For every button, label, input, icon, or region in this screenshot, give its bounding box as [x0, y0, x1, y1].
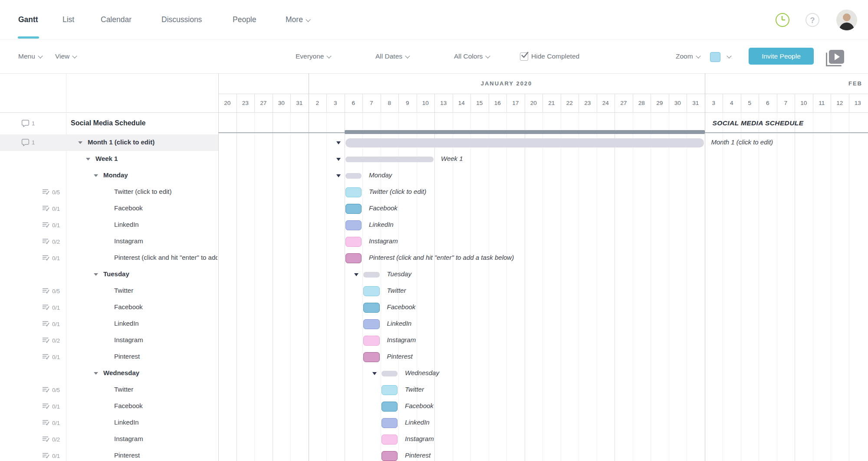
task-name[interactable]: Pinterest — [114, 451, 217, 459]
task-name[interactable]: LinkedIn — [114, 320, 217, 327]
task-name[interactable]: LinkedIn — [114, 418, 217, 426]
gantt-bar-instagram[interactable] — [345, 237, 362, 247]
project-summary-bar[interactable] — [345, 130, 705, 134]
checklist-icon[interactable] — [42, 222, 49, 228]
checklist-icon[interactable] — [42, 205, 49, 212]
time-tracking-clock-icon[interactable] — [776, 13, 789, 27]
task-name[interactable]: Twitter (click to edit) — [114, 188, 217, 195]
checklist-count[interactable]: 0/1 — [52, 354, 60, 360]
checklist-count[interactable]: 0/2 — [52, 337, 60, 344]
gantt-bar-twitter[interactable] — [381, 385, 398, 395]
comment-count[interactable]: 1 — [32, 139, 35, 146]
task-name[interactable]: Instagram — [114, 336, 217, 343]
dates-filter-dropdown[interactable]: All Dates — [375, 39, 409, 73]
menu-dropdown[interactable]: Menu — [18, 39, 42, 73]
help-icon[interactable]: ? — [806, 13, 819, 27]
checklist-count[interactable]: 0/1 — [52, 255, 60, 262]
checklist-count[interactable]: 0/5 — [52, 387, 60, 393]
gantt-bar-instagram[interactable] — [363, 336, 380, 346]
video-tutorials-icon[interactable] — [826, 50, 844, 66]
group-name[interactable]: Week 1 — [95, 155, 217, 162]
task-name[interactable]: LinkedIn — [114, 221, 217, 228]
comment-icon[interactable] — [21, 139, 30, 146]
checklist-count[interactable]: 0/1 — [52, 222, 60, 229]
gantt-bar-pinterest[interactable] — [345, 253, 362, 263]
collapse-caret[interactable] — [94, 372, 98, 375]
color-swatch[interactable] — [710, 52, 720, 62]
task-name[interactable]: Facebook — [114, 204, 217, 212]
collapse-caret[interactable] — [94, 174, 98, 177]
gantt-bar-facebook[interactable] — [381, 402, 398, 412]
group-name[interactable]: Wednesday — [103, 369, 217, 376]
checklist-icon[interactable] — [42, 337, 49, 343]
task-name[interactable]: Instagram — [114, 435, 217, 442]
checklist-icon[interactable] — [42, 419, 49, 426]
gantt-bar-facebook[interactable] — [345, 204, 362, 214]
color-swatch-dropdown[interactable] — [724, 39, 731, 73]
gantt-bar-group[interactable] — [363, 272, 380, 278]
colors-filter-dropdown[interactable]: All Colors — [454, 39, 490, 73]
task-name[interactable]: Facebook — [114, 303, 217, 311]
gantt-bar-group[interactable] — [345, 157, 434, 162]
task-name[interactable]: Pinterest — [114, 353, 217, 360]
checklist-icon[interactable] — [42, 452, 49, 459]
group-name[interactable]: Tuesday — [103, 270, 217, 278]
gantt-collapse-caret[interactable] — [354, 273, 358, 276]
checklist-count[interactable]: 0/2 — [52, 436, 60, 443]
checklist-count[interactable]: 0/1 — [52, 453, 60, 459]
gantt-bar-group[interactable] — [345, 173, 362, 179]
checklist-icon[interactable] — [42, 353, 49, 360]
collapse-caret[interactable] — [78, 141, 82, 144]
gantt-bar-linkedin[interactable] — [345, 220, 362, 230]
gantt-bar-facebook[interactable] — [363, 303, 380, 313]
checklist-count[interactable]: 0/5 — [52, 189, 60, 196]
gantt-bar-group[interactable] — [381, 371, 398, 376]
collapse-caret[interactable] — [86, 158, 90, 160]
zoom-dropdown[interactable]: Zoom — [676, 39, 700, 73]
tab-gantt[interactable]: Gantt — [18, 0, 38, 39]
gantt-bar-pinterest[interactable] — [381, 451, 398, 461]
hide-completed-label[interactable]: Hide Completed — [531, 39, 579, 73]
comment-icon[interactable] — [21, 120, 30, 127]
gantt-bar-instagram[interactable] — [381, 435, 398, 445]
gantt-collapse-caret[interactable] — [336, 158, 341, 161]
collapse-caret[interactable] — [94, 273, 98, 276]
gantt-collapse-caret[interactable] — [336, 141, 341, 144]
checklist-count[interactable]: 0/5 — [52, 288, 60, 294]
checklist-icon[interactable] — [42, 403, 49, 409]
gantt-collapse-caret[interactable] — [336, 174, 341, 177]
checklist-icon[interactable] — [42, 386, 49, 393]
gantt-bar-linkedin[interactable] — [363, 319, 380, 329]
gantt-bar-twitter[interactable] — [345, 187, 362, 197]
checklist-icon[interactable] — [42, 189, 49, 195]
task-name[interactable]: Twitter — [114, 287, 217, 294]
checklist-icon[interactable] — [42, 436, 49, 442]
group-name[interactable]: Monday — [103, 171, 217, 179]
invite-people-button[interactable]: Invite People — [749, 48, 814, 65]
checklist-icon[interactable] — [42, 320, 49, 327]
gantt-bar-linkedin[interactable] — [381, 418, 398, 428]
checklist-count[interactable]: 0/1 — [52, 403, 60, 410]
gantt-bar-twitter[interactable] — [363, 286, 380, 296]
people-filter-dropdown[interactable]: Everyone — [296, 39, 331, 73]
tab-calendar[interactable]: Calendar — [101, 0, 132, 39]
gantt-collapse-caret[interactable] — [372, 372, 377, 375]
view-dropdown[interactable]: View — [55, 39, 76, 73]
tab-discussions[interactable]: Discussions — [161, 0, 202, 39]
checklist-icon[interactable] — [42, 255, 49, 261]
checklist-count[interactable]: 0/2 — [52, 239, 60, 245]
project-name[interactable]: Social Media Schedule — [71, 119, 217, 127]
checklist-count[interactable]: 0/1 — [52, 420, 60, 426]
gantt-bar-group[interactable] — [345, 138, 704, 147]
user-avatar[interactable] — [836, 10, 857, 30]
checklist-count[interactable]: 0/1 — [52, 206, 60, 212]
task-name[interactable]: Instagram — [114, 237, 217, 245]
group-name[interactable]: Month 1 (click to edit) — [88, 138, 217, 146]
hide-completed-checkbox[interactable] — [520, 52, 528, 61]
gantt-bar-pinterest[interactable] — [363, 352, 380, 362]
checklist-icon[interactable] — [42, 304, 49, 311]
comment-count[interactable]: 1 — [32, 120, 35, 127]
checklist-icon[interactable] — [42, 238, 49, 245]
tab-more[interactable]: More — [286, 0, 310, 39]
tab-list[interactable]: List — [62, 0, 74, 39]
